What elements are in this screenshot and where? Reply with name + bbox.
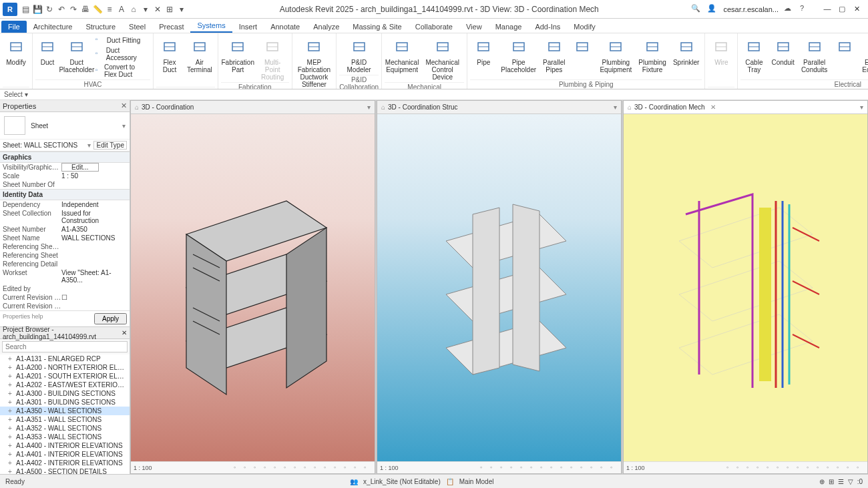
ribbon-mep-fabrication-ductwork-stiffener[interactable]: MEP FabricationDuctwork Stiffener	[295, 35, 333, 89]
vp-tool-icon[interactable]: ◦	[540, 464, 548, 472]
vp-tool-icon[interactable]: ◦	[334, 464, 342, 472]
home-icon[interactable]: ⌂	[628, 103, 632, 111]
ribbon-stack-[interactable]	[831, 35, 858, 60]
vp-tool-icon[interactable]: ◦	[550, 464, 558, 472]
pb-item[interactable]: A1-A402 - INTERIOR ELEVATIONS	[0, 459, 130, 467]
pb-item[interactable]: A1-A202 - EAST/WEST EXTERIOR ELEVAT	[0, 381, 130, 389]
prop-section-graphics[interactable]: Graphics	[0, 152, 130, 163]
ribbon-parallel-conduits[interactable]: ParallelConduits	[799, 35, 830, 75]
vp-tool-icon[interactable]: ◦	[600, 464, 608, 472]
qat-switch-icon[interactable]: ⊞	[164, 4, 175, 15]
ribbon-duct-accessory[interactable]: ▫Duct Accessory	[94, 46, 150, 62]
help-icon[interactable]: ?	[800, 4, 811, 15]
ribbon-electrical-equipment[interactable]: ElectricalEquipment	[859, 35, 868, 75]
pb-item[interactable]: A1-A352 - WALL SECTIONS	[0, 424, 130, 433]
viewport-tab[interactable]: ⌂3D - Coordination Struc▾	[377, 101, 621, 114]
tab-steel[interactable]: Steel	[122, 21, 152, 33]
user-name[interactable]: cesar.r.escalan...	[723, 5, 779, 13]
vp-tool-icon[interactable]: ◦	[570, 464, 578, 472]
viewport-dd-icon[interactable]: ▾	[860, 103, 863, 111]
vp-tool-icon[interactable]: ◦	[777, 464, 785, 472]
ribbon-plumbing-fixture[interactable]: PlumbingFixture	[636, 35, 669, 75]
status-workset[interactable]: x_Link_Site (Not Editable)	[363, 478, 441, 485]
ribbon-mechanical-control-device[interactable]: MechanicalControl Device	[421, 35, 464, 82]
vp-tool-icon[interactable]: ◦	[726, 464, 734, 472]
type-dropdown-icon[interactable]: ▾	[122, 122, 126, 130]
vp-tool-icon[interactable]: ◦	[807, 464, 815, 472]
vp-tool-icon[interactable]: ◦	[324, 464, 332, 472]
tab-insert[interactable]: Insert	[232, 21, 264, 33]
tab-manage[interactable]: Manage	[489, 21, 529, 33]
qat-undo-icon[interactable]: ↶	[56, 4, 67, 15]
viewport-dd-icon[interactable]: ▾	[367, 103, 371, 111]
pb-item[interactable]: A1-A131 - ENLARGED RCP	[0, 354, 130, 363]
apply-button[interactable]: Apply	[94, 313, 127, 324]
vp-tool-icon[interactable]: ◦	[787, 464, 795, 472]
vp-tool-icon[interactable]: ◦	[767, 464, 775, 472]
prop-row[interactable]: Sheet NumberA1-A350	[0, 225, 130, 234]
tab-addins[interactable]: Add-Ins	[528, 21, 567, 33]
tab-massingsite[interactable]: Massing & Site	[346, 21, 408, 33]
home-icon[interactable]: ⌂	[135, 103, 139, 111]
vp-tool-icon[interactable]: ◦	[284, 464, 292, 472]
ribbon-duct[interactable]: Duct	[35, 35, 59, 67]
search-icon[interactable]: 🔍	[691, 4, 702, 15]
vp-tool-icon[interactable]: ◦	[520, 464, 528, 472]
close-button[interactable]: ✕	[851, 5, 863, 13]
properties-help[interactable]: Properties help	[3, 313, 94, 324]
vp-tool-icon[interactable]: ◦	[264, 464, 272, 472]
viewport-dd-icon[interactable]: ▾	[614, 103, 617, 111]
tab-analyze[interactable]: Analyze	[306, 21, 346, 33]
vp-tool-icon[interactable]: ◦	[344, 464, 352, 472]
ribbon-modify[interactable]: Modify	[3, 35, 29, 67]
prop-row[interactable]: WorksetView "Sheet: A1-A350...	[0, 268, 130, 284]
ribbon-fabrication-part[interactable]: FabricationPart	[221, 35, 255, 75]
sb-filter-icon[interactable]: ▽	[848, 478, 853, 485]
maximize-button[interactable]: ▢	[836, 5, 848, 13]
vp-tool-icon[interactable]: ◦	[354, 464, 362, 472]
tab-architecture[interactable]: Architecture	[27, 21, 79, 33]
pb-item[interactable]: A1-A301 - BUILDING SECTIONS	[0, 398, 130, 407]
vp-tool-icon[interactable]: ◦	[234, 464, 242, 472]
vp-tool-icon[interactable]: ◦	[510, 464, 518, 472]
prop-row[interactable]: Sheet CollectionIssued for Construction	[0, 209, 130, 225]
vp-tool-icon[interactable]: ◦	[500, 464, 508, 472]
viewport-scale[interactable]: 1 : 100	[626, 465, 645, 471]
tab-modify[interactable]: Modify	[567, 21, 602, 33]
properties-type-selector[interactable]: Sheet ▾	[0, 112, 130, 140]
tab-structure[interactable]: Structure	[79, 21, 122, 33]
prop-row[interactable]: Sheet Number Of	[0, 180, 130, 189]
prop-row[interactable]: Sheet NameWALL SECTIONS	[0, 234, 130, 242]
vp-tool-icon[interactable]: ◦	[560, 464, 568, 472]
prop-row[interactable]: Referencing Sheet	[0, 251, 130, 260]
prop-selector[interactable]: Sheet: WALL SECTIONS	[3, 142, 85, 149]
pb-item[interactable]: A1-A401 - INTERIOR ELEVATIONS	[0, 450, 130, 459]
pb-item[interactable]: A1-A353 - WALL SECTIONS	[0, 433, 130, 441]
qat-measure-icon[interactable]: 📏	[92, 4, 103, 15]
tab-collaborate[interactable]: Collaborate	[409, 21, 459, 33]
vp-tool-icon[interactable]: ◦	[530, 464, 538, 472]
pb-item[interactable]: A1-A400 - INTERIOR ELEVATIONS	[0, 441, 130, 450]
qat-save-icon[interactable]: 💾	[32, 4, 43, 15]
ribbon-plumbing-equipment[interactable]: PlumbingEquipment	[597, 35, 634, 75]
selector-dd-icon[interactable]: ▾	[87, 142, 91, 149]
ribbon-duct-placeholder[interactable]: DuctPlaceholder	[61, 35, 93, 75]
vp-tool-icon[interactable]: ◦	[746, 464, 754, 472]
vp-tool-icon[interactable]: ◦	[490, 464, 498, 472]
viewport-scale[interactable]: 1 : 100	[134, 465, 152, 471]
sb-icon[interactable]: ⊕	[819, 478, 825, 485]
qat-redo-icon[interactable]: ↷	[68, 4, 79, 15]
tab-systems[interactable]: Systems	[190, 19, 232, 33]
vp-tool-icon[interactable]: ◦	[294, 464, 302, 472]
ribbon-p-id-modeler[interactable]: P&ID Modeler	[339, 35, 379, 75]
pb-close-icon[interactable]: ✕	[122, 329, 127, 336]
viewport-canvas[interactable]	[377, 114, 621, 461]
viewport-canvas[interactable]	[131, 114, 375, 461]
vp-tool-icon[interactable]: ◦	[756, 464, 765, 472]
prop-section-identity-data[interactable]: Identity Data	[0, 189, 130, 200]
qat-close-icon[interactable]: ✕	[152, 4, 163, 15]
sb-icon[interactable]: ☰	[838, 478, 844, 485]
tab-precast[interactable]: Precast	[152, 21, 190, 33]
vp-tool-icon[interactable]: ◦	[847, 464, 855, 472]
ribbon-pipe[interactable]: Pipe	[470, 35, 497, 67]
